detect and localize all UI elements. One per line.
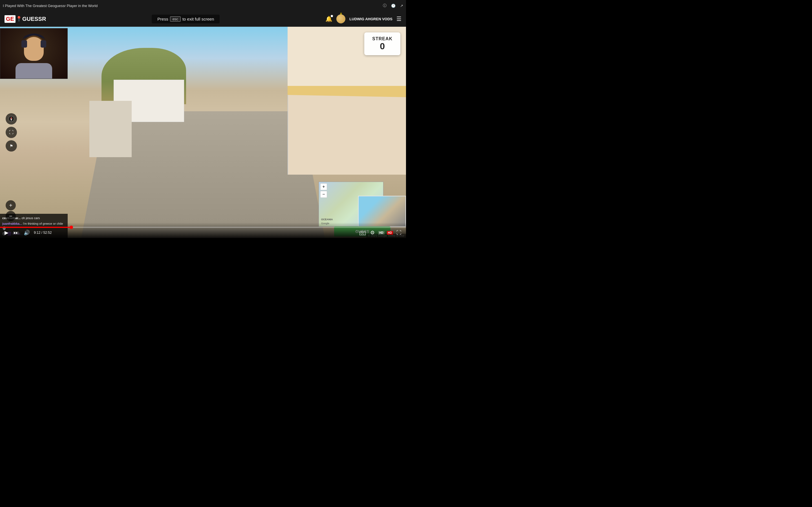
yt-controls: ▶ ⏭ 🔊 9:12 / 52:52 CC ⚙ HD HD ⛶ [0, 223, 406, 238]
channel-name[interactable]: LUDWIG AHGREN VODS [349, 17, 393, 21]
thumbnail-preview [358, 196, 406, 227]
clock-icon[interactable]: 🕐 [391, 4, 396, 8]
streak-value: 0 [372, 41, 393, 51]
esc-suffix: to exit full screen [183, 17, 214, 21]
awning [288, 86, 406, 97]
time-display: 9:12 / 52:52 [34, 231, 52, 235]
settings-button[interactable]: ⚙ [369, 230, 376, 236]
mute-button[interactable]: 🔊 [22, 230, 31, 236]
streetview-fullscreen-button[interactable]: ⛶ [6, 127, 17, 138]
press-esc-bar: Press esc to exit full screen [46, 15, 325, 23]
geoguessr-logo[interactable]: GE 📍 GUESSR [4, 15, 46, 23]
subtitles-button[interactable]: CC [358, 230, 367, 236]
shirt [15, 63, 52, 78]
headphone-cup-left [21, 40, 27, 48]
title-bar: I Played With The Greatest Geoguessr Pla… [0, 0, 406, 11]
zoom-out-button[interactable]: − [6, 211, 16, 221]
cc-badge: CC [359, 231, 366, 235]
yt-header-right: 🔔 ♛ LUDWIG AHGREN VODS ☰ [325, 14, 402, 23]
press-label: Press [157, 17, 168, 21]
zoom-controls: + − [6, 200, 16, 221]
logo-guessr: GUESSR [22, 16, 46, 22]
esc-key: esc [170, 16, 181, 22]
video-area: STREAK 0 centristbar... oh jesus cars ju… [0, 27, 406, 238]
progress-bar-fill [0, 227, 71, 228]
nav-controls: ⛶ ⚑ [6, 113, 17, 152]
press-esc-text: Press esc to exit full screen [152, 15, 220, 23]
logo-ge: GE [4, 15, 15, 23]
bell-wrapper[interactable]: 🔔 [325, 15, 333, 22]
crown-icon: ♛ [340, 12, 342, 15]
compass-icon [8, 116, 14, 122]
streak-box: STREAK 0 [364, 33, 400, 55]
flag-button[interactable]: ⚑ [6, 140, 17, 152]
channel-avatar-image [336, 14, 345, 23]
controls-right: CC ⚙ HD HD ⛶ [358, 230, 403, 236]
info-icon[interactable]: ⓘ [383, 3, 387, 8]
streak-label: STREAK [372, 36, 393, 41]
share-icon[interactable]: ↗ [400, 4, 403, 8]
channel-avatar[interactable] [336, 14, 345, 23]
total-time: 52:52 [43, 231, 52, 235]
progress-bar[interactable] [0, 227, 406, 228]
chat-text-1: oh jesus cars [21, 216, 40, 220]
yt-header: GE 📍 GUESSR Press esc to exit full scree… [0, 11, 406, 27]
channel-avatar-wrapper: ♛ [336, 14, 345, 23]
map-zoom-in[interactable]: + [320, 183, 327, 190]
headphone-cup-right [41, 40, 46, 48]
logo-pin: 📍 [16, 16, 22, 22]
play-button[interactable]: ▶ [3, 230, 10, 236]
controls-row: ▶ ⏭ 🔊 9:12 / 52:52 CC ⚙ HD HD ⛶ [0, 230, 406, 238]
hamburger-menu[interactable]: ☰ [396, 15, 402, 22]
oceania-label: OCEANIA [321, 218, 333, 221]
stairs-structure [89, 101, 132, 157]
next-button[interactable]: ⏭ [12, 230, 20, 236]
current-time: 9:12 [34, 231, 40, 235]
map-zoom-out[interactable]: − [320, 191, 327, 198]
fullscreen-button[interactable]: ⛶ [395, 230, 403, 236]
compass-button[interactable] [6, 113, 17, 124]
notification-dot [331, 15, 333, 17]
title-bar-icons: ⓘ 🕐 ↗ [383, 3, 403, 8]
progress-dot [70, 226, 73, 229]
thumbnail-inner [359, 196, 405, 226]
hd-badge: HD [378, 231, 384, 235]
webcam-overlay [0, 28, 68, 79]
zoom-in-button[interactable]: + [6, 200, 16, 210]
webcam-face [0, 29, 67, 78]
live-badge: HD [387, 231, 393, 235]
page-title: I Played With The Greatest Geoguessr Pla… [3, 4, 98, 8]
